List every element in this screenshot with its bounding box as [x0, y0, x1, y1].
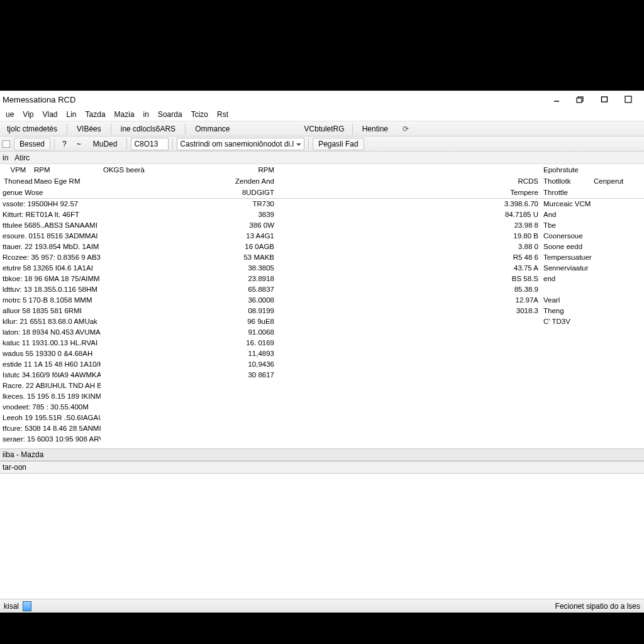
cell: 23.98 8 [497, 219, 541, 230]
cell: 53 MAKB [101, 252, 277, 262]
table-row[interactable]: motrc 5 170-B 8.1058 MMM36.000812.97AVea… [0, 294, 644, 305]
table-row[interactable]: alluor 58 1835 581 6RMI08.91993018.3Then… [0, 305, 644, 316]
cell [277, 326, 497, 337]
cell [497, 423, 541, 433]
toolbar1-right-button[interactable]: Hentine [357, 123, 394, 135]
table-row[interactable]: Rcozee: 35 957: 0.8356 9 AB3M53 MAKBR5 4… [0, 252, 644, 262]
menu-lin[interactable]: Lin [62, 109, 81, 120]
restore-button[interactable] [570, 92, 591, 106]
column-header[interactable]: OKGS beeràRPM [101, 164, 277, 175]
column-header[interactable] [277, 164, 497, 175]
table-row[interactable]: Kitturt: RET01A It. 46FT383984.7185 UAnd [0, 209, 644, 219]
cell: alluor 58 1835 581 6RMI [0, 305, 101, 316]
data-grid[interactable]: VPMRPMOKGS beeràRPMEpohrstute ThoneadMae… [0, 164, 644, 448]
column-header[interactable]: ThotllotkCenperut [541, 175, 644, 187]
column-header[interactable]: ThoneadMaeo Ege RM [0, 175, 101, 187]
menu-in[interactable]: in [139, 109, 153, 120]
column-header[interactable] [277, 175, 497, 187]
btn-pegasli[interactable]: Pegasli Fad [313, 138, 364, 150]
info-strip-2: tar-oon [0, 461, 644, 474]
table-row[interactable]: estide 11 1A 15 48 H60 1A10/KR10,9436 [0, 358, 644, 369]
column-header[interactable]: VPMRPM [0, 164, 101, 175]
column-header[interactable]: 8UDGIGT [101, 187, 277, 198]
table-row[interactable]: ttauer. 22 193.854 MbD. 1AIM16 0AGB3.88 … [0, 241, 644, 252]
toolbar1-item-3[interactable]: Ommance [189, 123, 235, 135]
cell [541, 284, 644, 294]
table-row[interactable]: esoure. 0151 8516 3ADMMAI13 A4G119.80 BC… [0, 230, 644, 241]
cell: 11,4893 [101, 348, 277, 358]
toolbar-separator [126, 138, 127, 150]
refresh-icon[interactable]: ⟳ [396, 125, 415, 133]
menu-tazda[interactable]: Tazda [81, 109, 110, 120]
cell: Tbe [541, 219, 644, 230]
cell: 84.7185 U [497, 209, 541, 219]
document-icon[interactable] [23, 601, 31, 611]
table-row[interactable]: vssote: 19500HH 92.57TR7303.398.6.70Murc… [0, 198, 644, 209]
table-row[interactable]: Racre. 22 ABIUHUL TND AH BRA [0, 380, 644, 391]
menu-vlad[interactable]: Vlad [38, 109, 62, 120]
minimize-button[interactable] [546, 92, 567, 106]
cell [277, 380, 497, 391]
toolbar1-item-1[interactable]: VIBées [71, 123, 107, 135]
maximize-button[interactable] [618, 92, 639, 106]
cell: 43.75 A [497, 262, 541, 273]
cell: Kitturt: RET01A It. 46FT [0, 209, 101, 219]
column-header[interactable]: RCDS [497, 175, 541, 187]
column-header[interactable] [497, 164, 541, 175]
table-row[interactable]: tttulee 5685..ABS3 SANAAMI386 0W23.98 8T… [0, 219, 644, 230]
cell: tbkoe: 18 96 6MA 18 75/AIMM [0, 273, 101, 284]
table-row[interactable]: etutre 58 13265 I04.6 1A1AI38.380543.75 … [0, 262, 644, 273]
table-row[interactable]: tfcure: 5308 14 8.46 28 5ANMI [0, 423, 644, 433]
menu-rst[interactable]: Rst [213, 109, 233, 120]
menu-tcizo[interactable]: Tcizo [187, 109, 213, 120]
combo-main[interactable]: Castrindi om sanemioniônodot di.l [177, 138, 304, 150]
tiny-square-button[interactable] [3, 140, 10, 148]
menu-ue[interactable]: ue [1, 109, 18, 120]
toolbar-separator [111, 123, 111, 135]
cell [277, 433, 497, 444]
column-header[interactable] [277, 187, 497, 198]
cell [541, 380, 644, 391]
table-row[interactable]: Leeoh 19 195.51R .S0.6IAGAUN [0, 412, 644, 423]
toolbar1-item-2[interactable]: ine cdlocls6ARS [115, 123, 181, 135]
question-label: ? [58, 140, 70, 148]
menu-soarda[interactable]: Soarda [153, 109, 187, 120]
table-row[interactable]: wadus 55 19330 0 &4.68AH11,4893 [0, 348, 644, 358]
cell [277, 316, 497, 326]
info-strip-2-text: tar-oon [3, 463, 26, 472]
table-row[interactable]: laton: 18 8934 N0.453 AVUMA91.0068 [0, 326, 644, 337]
cell: Tempersuatuer [541, 252, 644, 262]
cell [101, 391, 277, 401]
column-header[interactable]: Throttle [541, 187, 644, 198]
column-header[interactable]: Zenden And [101, 175, 277, 187]
btn-bessed[interactable]: Bessed [14, 138, 50, 150]
table-row[interactable]: tbkoe: 18 96 6MA 18 75/AIMM23.8918BS 58.… [0, 273, 644, 284]
column-header[interactable]: genue Wose [0, 187, 101, 198]
toolbar-separator [172, 138, 173, 150]
substrip: in Atirc [0, 152, 644, 164]
cell [277, 401, 497, 412]
toolbar1-item-0[interactable]: tjolc ctmedetés [1, 123, 63, 135]
column-header[interactable]: Epohrstute [541, 164, 644, 175]
table-row[interactable]: katuc 11 1931.00.13 HL.RVAI16. 0169 [0, 337, 644, 348]
table-row[interactable]: vnodeet: 785 : 30.55.400M [0, 401, 644, 412]
substrip-a: in [3, 153, 8, 162]
cell: 16. 0169 [101, 337, 277, 348]
table-row[interactable]: ldttuv: 13 18.355.0.116 58HM65.883785.38… [0, 284, 644, 294]
cell: Rcozee: 35 957: 0.8356 9 AB3M [0, 252, 101, 262]
cell [541, 348, 644, 358]
btn-muded[interactable]: MuDed [87, 138, 123, 150]
svg-rect-3 [602, 97, 608, 102]
table-row[interactable]: seraer: 15 6003 10:95 908 ARVA [0, 433, 644, 444]
secondary-box-button[interactable] [594, 92, 615, 106]
table-row[interactable]: lkeces. 15 195 8.15 189 IKINM [0, 391, 644, 401]
menu-vip[interactable]: Vip [18, 109, 38, 120]
table-row[interactable]: Istutc 34.160/9 fôlA9 4AWMKA30 8617 [0, 369, 644, 380]
cell: 19.80 B [497, 230, 541, 241]
cell: 3.88 0 [497, 241, 541, 252]
table-row[interactable]: kllur: 21 6551 83.68.0 AMUak96 9uE8C' TD… [0, 316, 644, 326]
toolbar-separator [54, 138, 55, 150]
column-header[interactable]: Tempere [497, 187, 541, 198]
menu-mazia[interactable]: Mazia [110, 109, 139, 120]
code-field[interactable]: C8O13 [131, 138, 169, 150]
